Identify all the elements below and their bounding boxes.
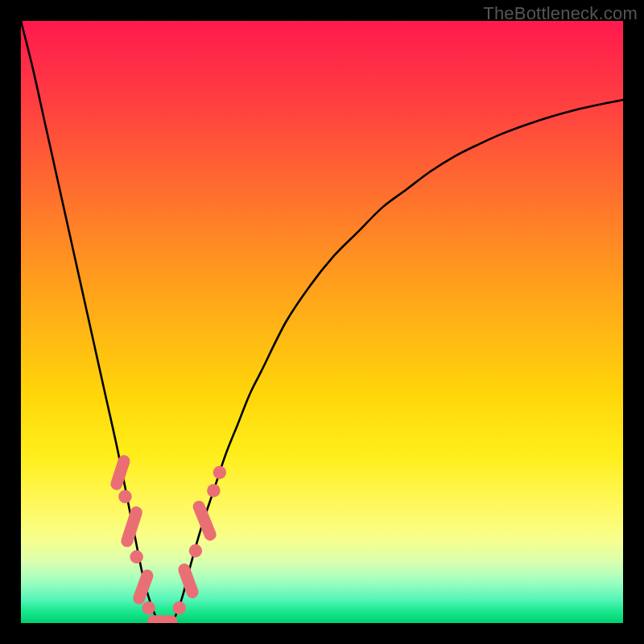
marker-dot xyxy=(142,601,155,614)
marker-dot xyxy=(207,484,220,497)
marker-dot xyxy=(118,490,131,503)
marker-capsule xyxy=(147,615,177,623)
marker-dot xyxy=(189,544,202,557)
marker-dot xyxy=(213,466,226,479)
watermark-text: TheBottleneck.com xyxy=(483,3,638,24)
marker-capsule xyxy=(119,505,143,548)
plot-area xyxy=(21,21,623,623)
marker-capsule xyxy=(176,562,200,600)
marker-capsule xyxy=(109,453,131,491)
marker-capsule xyxy=(131,568,155,605)
curve-layer xyxy=(21,21,623,623)
marker-capsule xyxy=(191,499,218,543)
chart-frame xyxy=(21,21,623,623)
marker-dot xyxy=(172,601,185,614)
bottleneck-curve xyxy=(21,21,623,623)
marker-dot xyxy=(130,550,142,563)
